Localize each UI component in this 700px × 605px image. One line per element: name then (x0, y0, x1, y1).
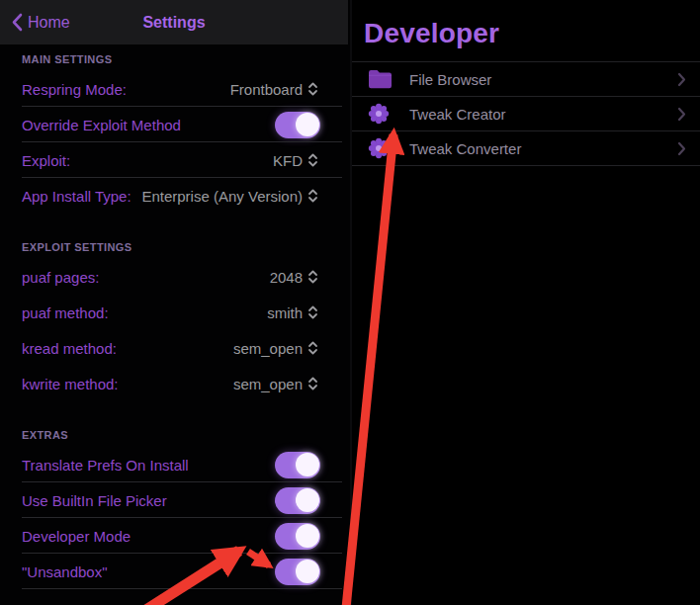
settings-row-kwrite-method: kwrite method:sem_open (0, 366, 351, 401)
row-label: puaf method: (22, 304, 109, 321)
chevron-up-down-icon (307, 269, 318, 285)
developer-list: File Browser Tweak Creator Tweak Convert… (352, 61, 700, 166)
chevron-up-down-icon (307, 152, 318, 168)
settings-row-puaf-pages: puaf pages:2048 (0, 259, 351, 295)
settings-row-override-exploit-method: Override Exploit Method (0, 107, 351, 142)
toggle-developer-mode[interactable] (275, 523, 320, 550)
settings-row-kread-method: kread method:sem_open (0, 330, 351, 366)
section-header-exploit-settings: EXPLOIT SETTINGS (0, 214, 351, 259)
toggle-unsandbox[interactable] (275, 559, 320, 585)
picker-respring-mode[interactable]: Frontboard (230, 81, 318, 98)
toggle-knob (296, 453, 319, 476)
chevron-up-down-icon (307, 188, 318, 204)
developer-item-label: Tweak Converter (409, 140, 677, 157)
settings-row-translate-prefs-on-install: Translate Prefs On Install (0, 447, 351, 482)
settings-row-app-install-type: App Install Type:Enterprise (Any Version… (0, 178, 351, 214)
picker-value: smith (267, 304, 303, 321)
row-label: Developer Mode (22, 528, 131, 545)
picker-kread-method[interactable]: sem_open (233, 340, 318, 357)
gear-icon (368, 137, 390, 159)
developer-item-label: Tweak Creator (409, 106, 677, 123)
picker-app-install-type[interactable]: Enterprise (Any Version) (141, 188, 318, 205)
chevron-right-icon (677, 107, 686, 122)
picker-exploit[interactable]: KFD (273, 152, 318, 169)
settings-row-developer-mode: Developer Mode (0, 518, 351, 554)
row-label: Use BuiltIn File Picker (22, 492, 167, 509)
row-label: kread method: (22, 340, 117, 357)
chevron-right-icon (677, 141, 686, 156)
settings-list: MAIN SETTINGSRespring Mode:Frontboard Ov… (0, 44, 351, 589)
row-label: App Install Type: (22, 188, 131, 205)
folder-icon (368, 69, 393, 89)
settings-row-respring-mode: Respring Mode:Frontboard (0, 71, 351, 107)
row-label: Exploit: (22, 152, 70, 169)
picker-value: Frontboard (230, 81, 303, 98)
chevron-up-down-icon (307, 304, 318, 320)
row-label: kwrite method: (22, 376, 119, 392)
settings-row-use-builtin-file-picker: Use BuiltIn File Picker (0, 482, 351, 518)
settings-row-puaf-method: puaf method:smith (0, 295, 351, 330)
chevron-right-icon (677, 72, 686, 87)
developer-item-tweak-converter[interactable]: Tweak Converter (352, 131, 700, 166)
gear-icon (368, 103, 390, 125)
icon-box (368, 103, 394, 125)
picker-value: sem_open (233, 340, 303, 357)
section-header-main-settings: MAIN SETTINGS (0, 44, 351, 71)
picker-value: 2048 (270, 269, 303, 286)
chevron-left-icon (12, 13, 23, 32)
toggle-use-builtin-file-picker[interactable] (275, 487, 320, 514)
row-label: Respring Mode: (22, 81, 127, 98)
picker-puaf-method[interactable]: smith (267, 304, 318, 321)
back-button[interactable]: Home (0, 13, 70, 32)
icon-box (368, 137, 394, 159)
picker-value: sem_open (233, 376, 303, 392)
row-label: Override Exploit Method (22, 117, 181, 133)
section-header-extras: EXTRAS (0, 401, 351, 447)
row-label: puaf pages: (22, 269, 99, 286)
toggle-knob (296, 113, 319, 136)
back-label: Home (28, 14, 70, 32)
settings-panel: Home Settings MAIN SETTINGSRespring Mode… (0, 0, 351, 605)
picker-puaf-pages[interactable]: 2048 (270, 269, 318, 286)
picker-value: Enterprise (Any Version) (141, 188, 303, 205)
picker-value: KFD (273, 152, 303, 169)
developer-item-tweak-creator[interactable]: Tweak Creator (352, 97, 700, 131)
toggle-translate-prefs-on-install[interactable] (275, 452, 320, 478)
toggle-knob (296, 560, 319, 583)
row-label: "Unsandbox" (22, 563, 108, 580)
toggle-override-exploit-method[interactable] (275, 112, 320, 138)
navigation-bar: Home Settings (0, 0, 348, 44)
toggle-knob (296, 488, 319, 512)
developer-title: Developer (352, 0, 700, 61)
row-label: Translate Prefs On Install (22, 457, 189, 474)
developer-item-file-browser[interactable]: File Browser (352, 62, 700, 97)
settings-row-unsandbox: "Unsandbox" (0, 554, 351, 589)
developer-item-label: File Browser (409, 71, 677, 88)
settings-row-exploit: Exploit:KFD (0, 142, 351, 178)
icon-box (368, 68, 394, 90)
chevron-up-down-icon (307, 340, 318, 356)
toggle-knob (296, 524, 319, 548)
chevron-up-down-icon (307, 376, 318, 391)
picker-kwrite-method[interactable]: sem_open (233, 376, 318, 392)
developer-panel: Developer File Browser Tweak Creator Twe… (352, 0, 700, 605)
chevron-up-down-icon (307, 81, 318, 97)
